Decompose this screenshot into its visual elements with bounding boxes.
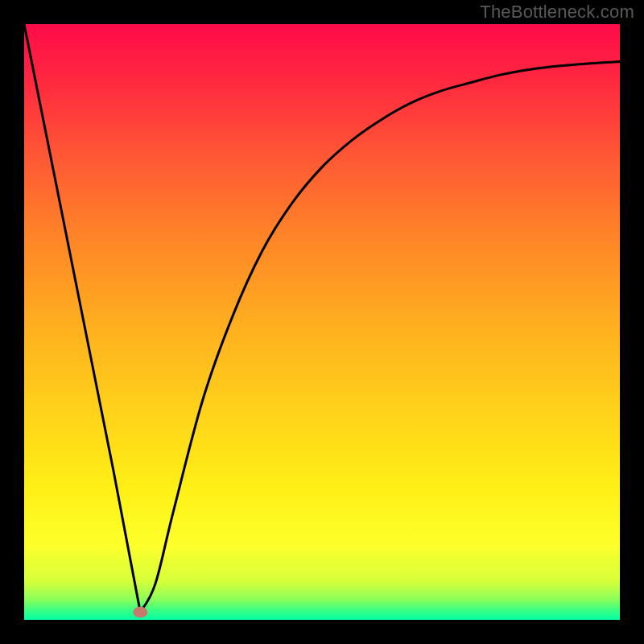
gradient-background: [24, 24, 620, 620]
watermark-text: TheBottleneck.com: [480, 2, 634, 23]
plot-area: [24, 24, 620, 620]
plot-svg: [24, 24, 620, 620]
chart-frame: TheBottleneck.com: [0, 0, 644, 644]
optimal-marker: [133, 606, 147, 617]
